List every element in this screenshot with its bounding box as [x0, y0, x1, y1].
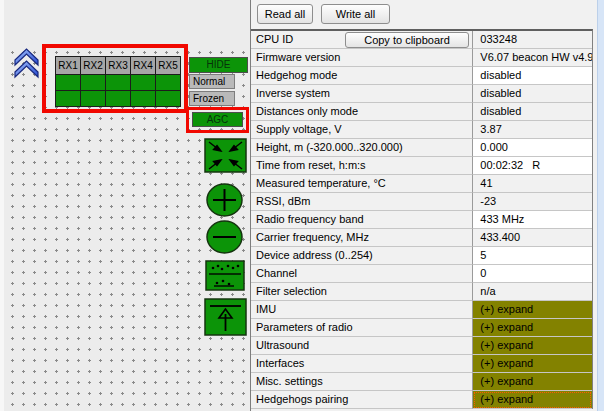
property-value[interactable]: disabled [473, 67, 592, 85]
rx-cell [56, 75, 81, 91]
property-label: Misc. settings [251, 373, 473, 391]
table-row: Time from reset, h:m:s 00:02:32 R [251, 157, 592, 175]
property-value: n/a [473, 283, 592, 301]
copy-to-clipboard-button[interactable]: Copy to clipboard [345, 32, 469, 48]
rx-cell [156, 75, 181, 91]
property-label: Filter selection [251, 283, 473, 301]
properties-table: CPU ID Copy to clipboard 033248 Firmware… [251, 29, 593, 409]
table-row: Hedgehogs pairing (+) expand [251, 391, 592, 409]
property-value: 3.87 [473, 121, 592, 139]
scroll-up-icon[interactable] [13, 46, 40, 79]
upload-icon[interactable] [204, 298, 247, 336]
rx-cell [56, 91, 81, 107]
fit-view-icon[interactable] [204, 138, 247, 173]
property-label: Height, m (-320.000..320.000) [251, 139, 473, 157]
property-label: Parameters of radio [251, 319, 473, 337]
property-value: 41 [473, 175, 592, 193]
table-row: Firmware version V6.07 beacon HW v4.9 [251, 49, 592, 67]
property-value[interactable]: 0 [473, 265, 592, 283]
table-row: Parameters of radio (+) expand [251, 319, 592, 337]
table-row: Channel 0 [251, 265, 592, 283]
table-row: Radio frequency band 433 MHz [251, 211, 592, 229]
rx-cell [131, 91, 156, 107]
rx-cell [81, 91, 106, 107]
expand-section-cell[interactable]: (+) expand [473, 319, 592, 337]
property-value: disabled [473, 103, 592, 121]
agc-button[interactable]: AGC [192, 112, 243, 127]
property-value[interactable]: 0.000 [473, 139, 592, 157]
property-label: Device address (0..254) [251, 247, 473, 265]
property-label: Channel [251, 265, 473, 283]
rx-column-header: RX1 [56, 57, 81, 75]
expand-section-cell[interactable]: (+) expand [473, 301, 592, 319]
rx-column-header: RX3 [106, 57, 131, 75]
expand-section-cell[interactable]: (+) expand [473, 355, 592, 373]
table-row: RSSI, dBm -23 [251, 193, 592, 211]
property-label: Supply voltage, V [251, 121, 473, 139]
property-value[interactable]: 00:02:32 R [473, 157, 592, 175]
scatter-plot-icon[interactable] [205, 260, 245, 291]
table-row: Filter selection n/a [251, 283, 592, 301]
property-label: Carrier frequency, MHz [251, 229, 473, 247]
table-row: Carrier frequency, MHz 433.400 [251, 229, 592, 247]
zoom-out-icon[interactable] [206, 220, 243, 254]
property-label: Interfaces [251, 355, 473, 373]
property-label: Hedgehogs pairing [251, 391, 473, 409]
table-row: Height, m (-320.000..320.000) 0.000 [251, 139, 592, 157]
dashboard-window: RX1 RX2 RX3 RX4 RX5 HIDE Normal Frozen A… [0, 0, 604, 411]
property-value: -23 [473, 193, 592, 211]
property-label: Radio frequency band [251, 211, 473, 229]
hide-button[interactable]: HIDE [189, 57, 248, 73]
property-value: 033248 [473, 31, 592, 49]
rx-cell [81, 75, 106, 91]
write-all-button[interactable]: Write all [321, 4, 390, 24]
table-row: Ultrasound (+) expand [251, 337, 592, 355]
property-label: IMU [251, 301, 473, 319]
table-row: Hedgehog mode disabled [251, 67, 592, 85]
read-all-button[interactable]: Read all [257, 4, 313, 24]
table-row: CPU ID Copy to clipboard 033248 [251, 31, 592, 49]
expand-section-cell[interactable]: (+) expand [473, 373, 592, 391]
table-row: Interfaces (+) expand [251, 355, 592, 373]
rx-cell [106, 91, 131, 107]
zoom-in-icon[interactable] [206, 183, 243, 217]
expand-section-cell[interactable]: (+) expand [473, 391, 592, 409]
rx-cell [131, 75, 156, 91]
property-value: disabled [473, 85, 592, 103]
rx-signal-table: RX1 RX2 RX3 RX4 RX5 [55, 56, 181, 107]
property-label: Firmware version [251, 49, 473, 67]
frozen-mode-button[interactable]: Frozen [189, 91, 235, 106]
device-properties-panel: Read all Write all CPU ID Copy to clipbo… [250, 0, 597, 411]
table-row: Distances only mode disabled [251, 103, 592, 121]
property-label: Measured temperature, °C [251, 175, 473, 193]
property-label: Time from reset, h:m:s [251, 157, 473, 175]
normal-mode-button[interactable]: Normal [189, 74, 235, 89]
rx-cell [156, 91, 181, 107]
rx-cell [106, 75, 131, 91]
rx-column-header: RX5 [156, 57, 181, 75]
property-label: Distances only mode [251, 103, 473, 121]
table-row: IMU (+) expand [251, 301, 592, 319]
rx-table-highlight-frame: RX1 RX2 RX3 RX4 RX5 [42, 44, 188, 113]
property-label: Ultrasound [251, 337, 473, 355]
rx-column-header: RX2 [81, 57, 106, 75]
expand-section-cell[interactable]: (+) expand [473, 337, 592, 355]
property-label: Hedgehog mode [251, 67, 473, 85]
property-value[interactable]: 433 MHz [473, 211, 592, 229]
property-label: Inverse system [251, 85, 473, 103]
table-row: Device address (0..254) 5 [251, 247, 592, 265]
table-row: Misc. settings (+) expand [251, 373, 592, 391]
property-label: RSSI, dBm [251, 193, 473, 211]
agc-highlight-frame: AGC [186, 107, 249, 133]
rx-column-header: RX4 [131, 57, 156, 75]
table-row: Inverse system disabled [251, 85, 592, 103]
table-row: Measured temperature, °C 41 [251, 175, 592, 193]
property-value: 433.400 [473, 229, 592, 247]
property-value[interactable]: 5 [473, 247, 592, 265]
window-edge-strip [597, 0, 604, 411]
table-row: Supply voltage, V 3.87 [251, 121, 592, 139]
property-value: V6.07 beacon HW v4.9 [473, 49, 592, 67]
